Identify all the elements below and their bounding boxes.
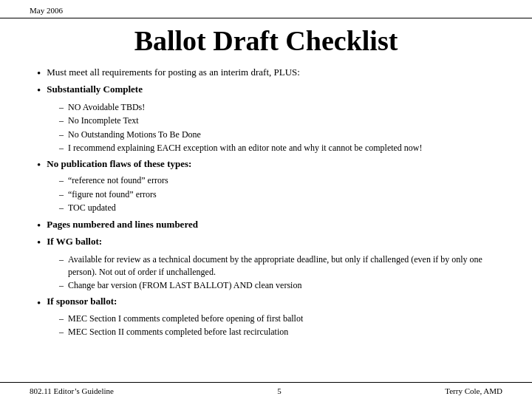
- sc-item-0: NO Avoidable TBDs!: [68, 101, 495, 114]
- intro-bullet-1: Must meet all requirements for posting a…: [47, 66, 300, 79]
- list-item: – MEC Section I comments completed befor…: [59, 313, 495, 325]
- npf-item-1: “figure not found” errors: [68, 188, 495, 201]
- wg-ballot-list: – Available for review as a technical do…: [59, 253, 495, 293]
- bullet-icon: •: [37, 157, 41, 173]
- wg-item-1: Change bar version (FROM LAST BALLOT) AN…: [68, 279, 495, 292]
- dash-icon: –: [59, 188, 64, 201]
- sb-item-1: MEC Section II comments completed before…: [68, 326, 495, 338]
- sponsor-ballot-label: If sponsor ballot:: [47, 296, 117, 307]
- list-item: – No Outstanding Motions To Be Done: [59, 129, 495, 141]
- list-item: • Must meet all requirements for posting…: [37, 66, 495, 81]
- footer-right: Terry Cole, AMD: [445, 386, 502, 395]
- dash-icon: –: [59, 174, 64, 187]
- sponsor-ballot-section: • If sponsor ballot:: [37, 296, 495, 311]
- header-date: May 2006: [30, 6, 63, 15]
- list-item: – “figure not found” errors: [59, 188, 495, 201]
- sc-item-3: I recommend explaining EACH exception wi…: [68, 142, 495, 154]
- dash-icon: –: [59, 142, 64, 154]
- bullet-icon: •: [37, 83, 41, 98]
- list-item: – “reference not found” errors: [59, 174, 495, 187]
- list-item: – TOC updated: [59, 202, 495, 214]
- header: May 2006: [0, 0, 532, 18]
- dash-icon: –: [59, 129, 64, 141]
- list-item: – MEC Section II comments completed befo…: [59, 326, 495, 338]
- slide-title: Ballot Draft Checklist: [30, 26, 502, 57]
- other-bullets: • Pages numbered and lines numbered • If…: [37, 218, 495, 250]
- content-area: • Must meet all requirements for posting…: [0, 63, 532, 345]
- footer-left: 802.11 Editor’s Guideline: [30, 386, 114, 395]
- dash-icon: –: [59, 202, 64, 214]
- dash-icon: –: [59, 115, 64, 127]
- footer-center: 5: [277, 386, 282, 395]
- bullet-icon: •: [37, 66, 41, 81]
- top-bullets: • Must meet all requirements for posting…: [37, 66, 495, 98]
- title-section: Ballot Draft Checklist: [0, 18, 532, 63]
- dash-icon: –: [59, 313, 64, 325]
- other-bullet-0: Pages numbered and lines numbered: [47, 218, 198, 231]
- list-item: – I recommend explaining EACH exception …: [59, 142, 495, 154]
- sc-item-1: No Incomplete Text: [68, 115, 495, 127]
- no-pub-flaws-section: • No publication flaws of these types:: [37, 157, 495, 173]
- list-item: – Change bar version (FROM LAST BALLOT) …: [59, 279, 495, 292]
- footer: 802.11 Editor’s Guideline 5 Terry Cole, …: [0, 382, 532, 399]
- dash-icon: –: [59, 326, 64, 338]
- dash-icon: –: [59, 101, 64, 114]
- sponsor-ballot-list: – MEC Section I comments completed befor…: [59, 313, 495, 339]
- no-pub-flaws-list: – “reference not found” errors – “figure…: [59, 174, 495, 214]
- npf-item-2: TOC updated: [68, 202, 495, 214]
- dash-icon: –: [59, 253, 64, 266]
- wg-item-0: Available for review as a technical docu…: [68, 253, 495, 279]
- substantially-complete-list: – NO Avoidable TBDs! – No Incomplete Tex…: [59, 101, 495, 155]
- list-item: • If WG ballot:: [37, 235, 495, 250]
- npf-item-0: “reference not found” errors: [68, 174, 495, 187]
- bullet-icon: •: [37, 235, 41, 250]
- other-bullet-1: If WG ballot:: [47, 235, 102, 248]
- list-item: – Available for review as a technical do…: [59, 253, 495, 279]
- bullet-icon: •: [37, 296, 41, 311]
- list-item: – NO Avoidable TBDs!: [59, 101, 495, 114]
- sb-item-0: MEC Section I comments completed before …: [68, 313, 495, 325]
- intro-bullet-2: Substantially Complete: [47, 83, 143, 96]
- no-pub-flaws-label: No publication flaws of these types:: [47, 157, 191, 171]
- sc-item-2: No Outstanding Motions To Be Done: [68, 129, 495, 141]
- bullet-icon: •: [37, 218, 41, 233]
- slide: May 2006 Ballot Draft Checklist • Must m…: [0, 0, 532, 399]
- dash-icon: –: [59, 279, 64, 292]
- list-item: • Substantially Complete: [37, 83, 495, 98]
- list-item: – No Incomplete Text: [59, 115, 495, 127]
- list-item: • Pages numbered and lines numbered: [37, 218, 495, 233]
